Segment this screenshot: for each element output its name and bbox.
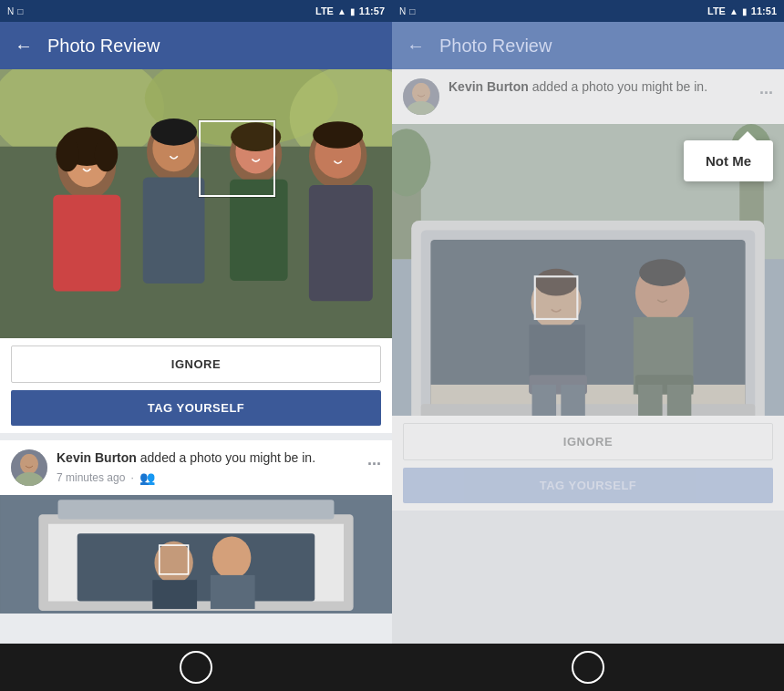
left-status-right: LTE ▲ ▮ 11:57 xyxy=(315,5,385,16)
right-lte-label: LTE xyxy=(707,5,726,16)
left-home-button[interactable] xyxy=(180,651,212,684)
left-photo-card-2 xyxy=(0,495,392,614)
svg-point-9 xyxy=(56,137,78,171)
left-tag-button[interactable]: TAG YOURSELF xyxy=(11,390,381,426)
friends-icon: 👥 xyxy=(139,470,155,485)
right-status-right: LTE ▲ ▮ 11:51 xyxy=(707,5,777,16)
left-timestamp: 7 minutes ago xyxy=(57,471,125,484)
left-action-buttons: IGNORE TAG YOURSELF xyxy=(0,338,392,433)
right-status-bar: N □ LTE ▲ ▮ 11:51 xyxy=(392,0,784,22)
left-post-meta: 7 minutes ago · 👥 xyxy=(57,470,358,485)
svg-point-10 xyxy=(95,137,118,171)
left-post-description: added a photo you might be in. xyxy=(137,450,315,465)
left-back-button[interactable]: ← xyxy=(15,36,33,57)
left-page-title: Photo Review xyxy=(47,36,160,57)
right-app-header: ← Photo Review xyxy=(392,22,784,69)
right-phone: N □ LTE ▲ ▮ 11:51 ← Photo Review xyxy=(392,0,784,691)
left-ignore-button[interactable]: IGNORE xyxy=(11,346,381,383)
svg-rect-34 xyxy=(211,575,255,609)
left-avatar xyxy=(11,449,47,486)
svg-rect-12 xyxy=(143,178,205,284)
right-content: Kevin Burton added a photo you might be … xyxy=(392,69,784,644)
left-post-text: Kevin Burton added a photo you might be … xyxy=(57,449,358,468)
svg-point-22 xyxy=(313,121,363,149)
right-home-button[interactable] xyxy=(572,651,604,684)
right-status-left: N □ xyxy=(399,6,415,16)
left-bottom-nav xyxy=(0,644,392,691)
svg-rect-33 xyxy=(152,580,197,609)
right-battery-icon: ▮ xyxy=(742,6,748,16)
svg-rect-20 xyxy=(309,185,373,301)
battery-icon: ▮ xyxy=(350,6,356,16)
left-phone: N □ LTE ▲ ▮ 11:57 ← Photo Review xyxy=(0,0,392,691)
left-status-left: N □ xyxy=(7,6,23,16)
right-time: 11:51 xyxy=(751,5,777,16)
signal-icon: ▲ xyxy=(337,6,346,16)
popup-menu: Not Me xyxy=(684,140,773,181)
left-post-info: Kevin Burton added a photo you might be … xyxy=(57,449,358,485)
left-author-name: Kevin Burton xyxy=(57,450,137,465)
popup-overlay[interactable]: Not Me xyxy=(392,69,784,644)
left-photo-card-1: IGNORE TAG YOURSELF xyxy=(0,69,392,433)
right-notification-icon: N xyxy=(399,6,406,16)
svg-rect-36 xyxy=(58,500,335,519)
left-post-item: Kevin Burton added a photo you might be … xyxy=(0,440,392,495)
face-detection-box xyxy=(199,120,275,197)
left-group-photo xyxy=(0,69,392,338)
svg-point-31 xyxy=(154,541,192,584)
right-page-title: Photo Review xyxy=(439,36,552,57)
right-back-button[interactable]: ← xyxy=(407,36,425,57)
right-signal-icon: ▲ xyxy=(729,6,738,16)
right-sim-icon: □ xyxy=(409,6,415,16)
left-app-header: ← Photo Review xyxy=(0,22,392,69)
lte-label: LTE xyxy=(315,5,334,16)
left-preview-photo xyxy=(0,495,392,614)
sim-icon: □ xyxy=(17,6,23,16)
popup-arrow xyxy=(738,131,757,140)
not-me-option[interactable]: Not Me xyxy=(706,153,751,169)
car-photo-preview xyxy=(0,495,392,614)
left-content: IGNORE TAG YOURSELF Kevin Burton added a… xyxy=(0,69,392,644)
avatar-svg xyxy=(11,449,47,486)
left-status-bar: N □ LTE ▲ ▮ 11:57 xyxy=(0,0,392,22)
svg-point-14 xyxy=(150,119,197,146)
right-bottom-nav xyxy=(392,644,784,691)
dot-separator: · xyxy=(130,471,133,484)
notification-icon: N xyxy=(7,6,14,16)
group-photo-svg xyxy=(0,69,392,338)
svg-rect-6 xyxy=(53,195,120,292)
left-more-button[interactable]: ... xyxy=(367,449,381,468)
svg-point-32 xyxy=(212,537,251,580)
left-time: 11:57 xyxy=(359,5,385,16)
